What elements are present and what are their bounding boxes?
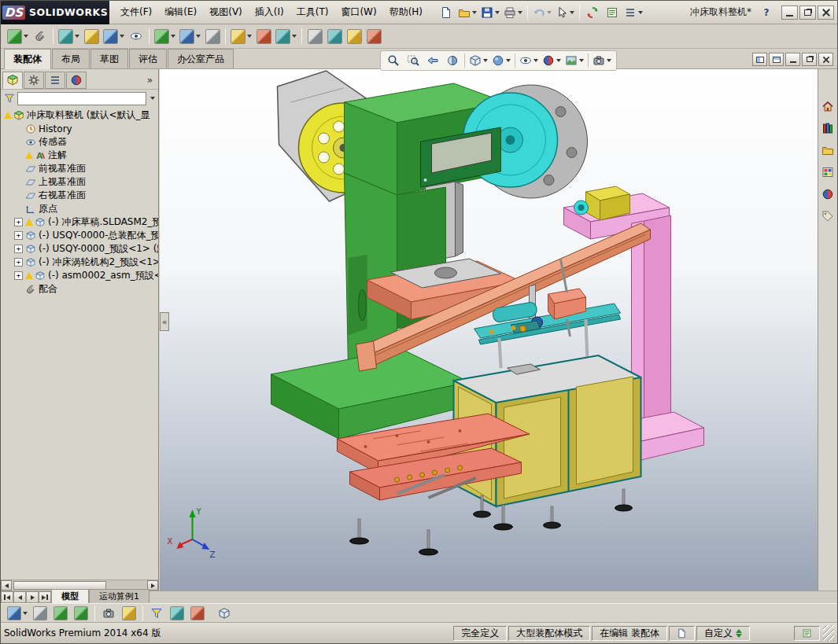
smart-fasteners-icon[interactable] bbox=[82, 27, 101, 46]
menu-view[interactable]: 视图(V) bbox=[203, 6, 249, 19]
file-explorer-icon[interactable] bbox=[819, 142, 836, 159]
new-motion-study-icon[interactable] bbox=[203, 27, 222, 46]
close-button[interactable] bbox=[818, 6, 834, 20]
options-list-icon[interactable] bbox=[622, 3, 644, 22]
large-assembly-mode-status[interactable]: 大型装配体模式 bbox=[508, 626, 590, 641]
calculate-icon[interactable] bbox=[31, 604, 50, 623]
graphics-area[interactable]: X Y Z bbox=[160, 69, 819, 592]
configurationmanager-tab[interactable] bbox=[45, 72, 65, 89]
insert-components-icon[interactable] bbox=[6, 27, 30, 46]
tab-assembly[interactable]: 装配体 bbox=[4, 49, 51, 69]
tab-layout[interactable]: 布局 bbox=[52, 49, 90, 68]
print-document-icon[interactable] bbox=[502, 3, 524, 22]
tab-scroll-first-icon[interactable] bbox=[1, 591, 13, 603]
propertymanager-tab[interactable] bbox=[24, 72, 44, 89]
resize-grip[interactable] bbox=[823, 625, 834, 641]
tab-scroll-last-icon[interactable] bbox=[39, 591, 51, 603]
interference-detection-icon[interactable] bbox=[305, 27, 324, 46]
view-palette-icon[interactable] bbox=[819, 164, 836, 181]
display-style-icon[interactable] bbox=[490, 51, 512, 70]
expand-icon[interactable]: + bbox=[14, 218, 23, 226]
rebuild-icon[interactable] bbox=[583, 3, 602, 22]
move-component-icon[interactable] bbox=[102, 27, 126, 46]
pane-split-horizontal-icon[interactable] bbox=[752, 53, 767, 66]
featuremanager-tab[interactable] bbox=[2, 72, 23, 89]
previous-view-icon[interactable] bbox=[423, 51, 442, 70]
expand-icon[interactable]: + bbox=[14, 231, 23, 240]
status-edit-cell[interactable] bbox=[794, 626, 820, 641]
tree-item-component[interactable]: + (-) USQY-0000-总装配体_预 bbox=[1, 229, 158, 242]
view-settings-icon[interactable] bbox=[591, 51, 613, 70]
select-arrow-icon[interactable] bbox=[554, 3, 576, 22]
clearance-verification-icon[interactable] bbox=[325, 27, 344, 46]
panel-tabs-overflow[interactable]: » bbox=[143, 75, 157, 86]
filter-dropdown-icon[interactable] bbox=[150, 97, 155, 100]
new-document-icon[interactable] bbox=[437, 3, 456, 22]
filter-results-icon[interactable] bbox=[188, 604, 207, 623]
doc-close-icon[interactable] bbox=[818, 53, 833, 66]
tab-scroll-right-icon[interactable] bbox=[26, 591, 39, 603]
pane-split-vertical-icon[interactable] bbox=[769, 53, 784, 66]
design-library-icon[interactable] bbox=[819, 120, 836, 137]
edit-appearance-icon[interactable] bbox=[541, 51, 563, 70]
save-document-icon[interactable] bbox=[479, 3, 501, 22]
file-properties-icon[interactable] bbox=[603, 3, 622, 22]
panel-collapse-handle[interactable]: « bbox=[160, 312, 169, 331]
custom-status[interactable]: 自定义 bbox=[696, 626, 750, 641]
tree-item-component[interactable]: + (-) USQY-0000_预設<1> (默 bbox=[1, 242, 158, 256]
open-document-icon[interactable] bbox=[456, 3, 478, 22]
tab-evaluate[interactable]: 评估 bbox=[129, 49, 167, 68]
help-icon[interactable]: ? bbox=[759, 6, 773, 20]
restore-button[interactable] bbox=[799, 6, 816, 20]
tree-item-component[interactable]: + (-) asm0002_asm_預設<1 bbox=[1, 269, 158, 282]
tree-item-top-plane[interactable]: 上视基准面 bbox=[1, 175, 158, 189]
tab-scroll-left-icon[interactable] bbox=[13, 591, 26, 603]
play-from-start-icon[interactable] bbox=[51, 604, 70, 623]
filter-funnel-icon[interactable] bbox=[4, 93, 15, 104]
filter-driving-icon[interactable] bbox=[168, 604, 186, 623]
tree-item-right-plane[interactable]: 右视基准面 bbox=[1, 189, 158, 202]
tab-sketch[interactable]: 草图 bbox=[90, 49, 128, 68]
hide-show-items-icon[interactable] bbox=[518, 51, 540, 70]
tree-item-sensors[interactable]: 传感器 bbox=[1, 135, 158, 149]
menu-help[interactable]: 帮助(H) bbox=[383, 6, 429, 19]
doc-restore-icon[interactable] bbox=[802, 53, 817, 66]
tree-item-origin[interactable]: 原点 bbox=[1, 202, 158, 215]
menu-tools[interactable]: 工具(T) bbox=[290, 6, 335, 19]
save-animation-icon[interactable] bbox=[99, 604, 118, 623]
assembly-features-icon[interactable] bbox=[153, 27, 177, 46]
tab-model[interactable]: 模型 bbox=[51, 589, 89, 603]
doc-minimize-icon[interactable] bbox=[785, 53, 800, 66]
custom-properties-icon[interactable] bbox=[819, 208, 836, 225]
undo-icon[interactable] bbox=[531, 3, 553, 22]
expand-icon[interactable]: + bbox=[14, 271, 23, 280]
menu-file[interactable]: 文件(F) bbox=[114, 6, 158, 19]
tree-item-annotations[interactable]: 注解 bbox=[1, 149, 158, 162]
tree-item-mates[interactable]: 配合 bbox=[1, 282, 158, 296]
solidworks-resources-icon[interactable] bbox=[819, 98, 836, 115]
isolate-components-icon[interactable] bbox=[364, 27, 383, 46]
motionmanager-cube-icon[interactable] bbox=[215, 604, 234, 623]
section-view-icon[interactable] bbox=[443, 51, 462, 70]
tree-item-component[interactable]: + (-) 冲床涡轮机构2_预設<1> bbox=[1, 256, 158, 269]
tree-item-history[interactable]: History bbox=[1, 122, 158, 135]
explode-line-sketch-icon[interactable] bbox=[274, 27, 298, 46]
linear-component-pattern-icon[interactable] bbox=[57, 27, 81, 46]
tab-motion-study-1[interactable]: 运动算例1 bbox=[89, 589, 150, 603]
appearances-icon[interactable] bbox=[819, 186, 836, 203]
menu-edit[interactable]: 编辑(E) bbox=[158, 6, 203, 19]
menu-insert[interactable]: 插入(I) bbox=[249, 6, 290, 19]
expand-icon[interactable]: + bbox=[14, 245, 23, 253]
view-orientation-icon[interactable] bbox=[467, 51, 489, 70]
bill-of-materials-icon[interactable] bbox=[229, 27, 253, 46]
menu-window[interactable]: 窗口(W) bbox=[334, 6, 382, 19]
motion-study-type-icon[interactable] bbox=[6, 604, 29, 623]
tree-item-front-plane[interactable]: 前视基准面 bbox=[1, 162, 158, 175]
tab-office-products[interactable]: 办公室产品 bbox=[168, 49, 234, 68]
show-hidden-components-icon[interactable] bbox=[127, 27, 146, 46]
mate-icon[interactable] bbox=[31, 27, 50, 46]
zoom-to-fit-icon[interactable] bbox=[384, 51, 403, 70]
displaymanager-tab[interactable] bbox=[66, 72, 87, 89]
minimize-button[interactable] bbox=[781, 6, 798, 20]
filter-animated-icon[interactable] bbox=[147, 604, 166, 623]
